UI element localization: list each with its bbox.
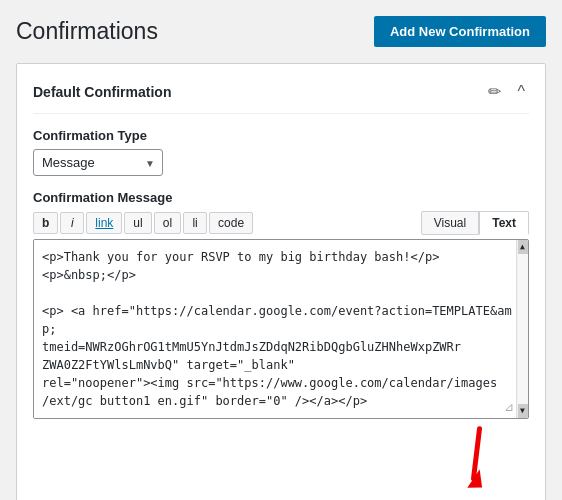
red-arrow-icon	[439, 423, 519, 493]
text-tab[interactable]: Text	[479, 211, 529, 235]
add-new-confirmation-button[interactable]: Add New Confirmation	[374, 16, 546, 47]
confirmation-type-select-wrapper: Message Page Redirect ▼	[33, 149, 163, 176]
editor-format-buttons: b i link ul ol li code	[33, 212, 253, 234]
arrow-annotation	[33, 423, 519, 493]
editor-text: <p>Thank you for your RSVP to my big bir…	[42, 248, 520, 410]
resize-handle-icon[interactable]: ⊿	[504, 398, 514, 416]
svg-line-0	[454, 429, 500, 479]
card-header: Default Confirmation ✏ ^	[33, 80, 529, 114]
editor-content[interactable]: <p>Thank you for your RSVP to my big bir…	[34, 240, 528, 418]
edit-icon-button[interactable]: ✏	[484, 80, 505, 103]
confirmation-type-field: Confirmation Type Message Page Redirect …	[33, 128, 529, 176]
editor-tab-group: Visual Text	[421, 211, 529, 235]
bold-button[interactable]: b	[33, 212, 58, 234]
editor-scrollbar[interactable]: ▲ ▼	[516, 240, 528, 418]
pencil-icon: ✏	[488, 83, 501, 100]
confirmation-message-field: Confirmation Message b i link ul ol li c…	[33, 190, 529, 419]
confirmation-type-label: Confirmation Type	[33, 128, 529, 143]
editor-toolbar-row: b i link ul ol li code Visual Text	[33, 211, 529, 235]
link-button[interactable]: link	[86, 212, 122, 234]
visual-tab[interactable]: Visual	[421, 211, 479, 235]
scrollbar-thumb	[518, 254, 528, 404]
collapse-icon-button[interactable]: ^	[513, 81, 529, 103]
editor-area: <p>Thank you for your RSVP to my big bir…	[33, 239, 529, 419]
page-header: Confirmations Add New Confirmation	[16, 16, 546, 47]
card-header-icons: ✏ ^	[484, 80, 529, 103]
li-button[interactable]: li	[183, 212, 207, 234]
scrollbar-up-arrow[interactable]: ▲	[518, 240, 528, 254]
ul-button[interactable]: ul	[124, 212, 151, 234]
ol-button[interactable]: ol	[154, 212, 181, 234]
confirmation-type-select[interactable]: Message Page Redirect	[33, 149, 163, 176]
svg-marker-1	[462, 469, 488, 493]
italic-button[interactable]: i	[60, 212, 84, 234]
card-title: Default Confirmation	[33, 84, 171, 100]
confirmation-card: Default Confirmation ✏ ^ Confirmation Ty…	[16, 63, 546, 500]
scrollbar-down-arrow[interactable]: ▼	[518, 404, 528, 418]
page-title: Confirmations	[16, 18, 158, 45]
chevron-up-icon: ^	[517, 83, 525, 100]
code-button[interactable]: code	[209, 212, 253, 234]
confirmation-message-label: Confirmation Message	[33, 190, 529, 205]
